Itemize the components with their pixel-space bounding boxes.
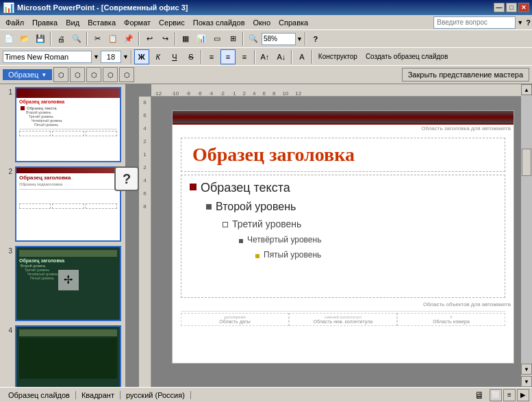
master-btn-1[interactable]: ⬡ (53, 67, 68, 82)
slide-header-bar (173, 111, 514, 125)
font-size-input[interactable]: 18 (101, 51, 121, 63)
insert-textbox[interactable]: ⊞ (225, 32, 240, 47)
slide-canvas: Область заголовка для автомакета Образец… (151, 97, 532, 387)
slide-editor: Область заголовка для автомакета Образец… (172, 110, 514, 364)
slide-footer: дата/время Область даты нижний колонтиту… (181, 311, 505, 326)
save-button[interactable]: 💾 (33, 32, 48, 47)
s1-title: Образец заголовка (16, 98, 120, 105)
main-toolbar: 📄 📂 💾 🖨 🔍 ✂ 📋 📌 ↩ ↪ ▦ 📊 ▭ ⊞ 🔍 58% ▼ ? (0, 30, 532, 48)
content-text-l4: Четвёртый уровень (247, 235, 321, 244)
master-btn-3[interactable]: ⬡ (86, 67, 101, 82)
position-status: Квадрант (76, 391, 121, 399)
master-btn-2[interactable]: ⬡ (70, 67, 85, 82)
help-balloon[interactable]: ? (114, 166, 139, 191)
slide-num-2: 2 (3, 168, 12, 175)
zoom-arrow[interactable]: ▼ (296, 36, 303, 42)
slide-2[interactable]: Образец заголовка Образец подзаголовка (15, 166, 121, 242)
slide-3[interactable]: Образец заголовка Второй уровень Третий … (15, 246, 121, 321)
font-name-arrow[interactable]: ▼ (93, 53, 99, 60)
help-icon[interactable]: ? (526, 18, 531, 27)
menu-file[interactable]: Файл (1, 17, 28, 28)
master-label[interactable]: Образец ▼ (3, 69, 52, 80)
copy-button[interactable]: 📋 (105, 32, 121, 47)
open-button[interactable]: 📂 (17, 32, 32, 47)
zoom-input[interactable]: 58% (262, 33, 296, 45)
slide-1[interactable]: Образец заголовка Образец текста Второй … (15, 87, 121, 162)
search-input[interactable] (433, 16, 516, 29)
underline-button[interactable]: Ч (167, 49, 182, 64)
align-left-button[interactable]: ≡ (204, 49, 219, 64)
font-size-arrow[interactable]: ▼ (123, 53, 129, 60)
scrollbar-vertical: ▲ ▼ ▼ (521, 97, 532, 387)
scroll-bottom-button[interactable]: ▼ (521, 376, 532, 387)
redo-button[interactable]: ↪ (157, 32, 173, 47)
insert-shape[interactable]: ▭ (210, 32, 225, 47)
status-icon: 🖥 (474, 390, 484, 401)
increase-indent[interactable]: A↑ (257, 49, 273, 64)
constructor-button[interactable]: Конструктор (315, 49, 361, 64)
align-center-button[interactable]: ≡ (220, 49, 236, 64)
view-buttons: ⬜ ≡ ▶ (490, 389, 529, 401)
master-btn-5[interactable]: ⬡ (119, 67, 134, 82)
cut-button[interactable]: ✂ (90, 32, 105, 47)
close-button[interactable]: ✕ (518, 3, 529, 12)
slideshow-button[interactable]: ▶ (517, 389, 529, 401)
search-arrow[interactable]: ▼ (517, 19, 523, 26)
menu-window[interactable]: Окно (249, 17, 275, 28)
menu-help[interactable]: Справка (275, 17, 312, 28)
print-button[interactable]: 🖨 (53, 32, 68, 47)
menu-view[interactable]: Вид (62, 17, 84, 28)
slide-title-placeholder[interactable]: Образец заголовка (181, 138, 505, 172)
menu-bar: Файл Правка Вид Вставка Формат Сервис По… (0, 15, 532, 30)
format-sep-2 (201, 50, 202, 64)
insert-table[interactable]: ▦ (178, 32, 193, 47)
format-bar: Times New Roman ▼ 18 ▼ Ж К Ч S ≡ ≡ ≡ A↑ … (0, 48, 532, 66)
language-status: русский (Россия) (121, 391, 191, 399)
zoom-in[interactable]: 🔍 (246, 32, 261, 47)
num-footer: # Область номера (397, 313, 505, 326)
window-controls: — □ ✕ (494, 3, 529, 12)
scroll-thumb[interactable] (522, 149, 531, 176)
slide-list: 1 Образец заголовка Образец текста Второ… (0, 84, 125, 387)
create-sample-button[interactable]: Создать образец слайдов (362, 49, 451, 64)
decrease-indent[interactable]: A↓ (274, 49, 289, 64)
close-master-button[interactable]: Закрыть представление мастера (402, 68, 529, 81)
normal-view-button[interactable]: ⬜ (490, 389, 502, 401)
s1-content: Образец текста Второй уровень Третий уро… (16, 105, 120, 127)
new-button[interactable]: 📄 (1, 32, 16, 47)
menu-edit[interactable]: Правка (28, 17, 62, 28)
slide-4[interactable] (15, 325, 121, 387)
menu-format[interactable]: Формат (120, 17, 155, 28)
minimize-button[interactable]: — (494, 3, 505, 12)
font-color-button[interactable]: A (294, 49, 309, 64)
paste-button[interactable]: 📌 (121, 32, 136, 47)
insert-chart[interactable]: 📊 (194, 32, 209, 47)
master-dropdown-arrow: ▼ (41, 72, 47, 78)
maximize-button[interactable]: □ (506, 3, 517, 12)
preview-button[interactable]: 🔍 (69, 32, 84, 47)
italic-button[interactable]: К (151, 49, 166, 64)
bold-button[interactable]: Ж (134, 49, 149, 64)
content-text-l2: Второй уровень (216, 201, 296, 213)
bullet-l3 (223, 222, 228, 227)
master-toolbar: Образец ▼ ⬡ ⬡ ⬡ ⬡ ⬡ Закрыть представлени… (0, 66, 532, 84)
menu-service[interactable]: Сервис (155, 17, 189, 28)
menu-insert[interactable]: Вставка (84, 17, 120, 28)
app-icon: 📊 (3, 2, 14, 13)
slide-thumb-1: 1 Образец заголовка Образец текста Второ… (3, 87, 123, 162)
undo-button[interactable]: ↩ (142, 32, 157, 47)
search-box: ▼ ? (433, 16, 531, 29)
help-button[interactable]: ? (308, 32, 323, 47)
font-name-input[interactable]: Times New Roman (3, 51, 92, 63)
menu-slideshow[interactable]: Показ слайдов (189, 17, 249, 28)
slide-num-1: 1 (3, 88, 12, 96)
master-btn-4[interactable]: ⬡ (103, 67, 118, 82)
scroll-down-button[interactable]: ▼ (521, 364, 532, 375)
strikethrough-button[interactable]: S (183, 49, 199, 64)
align-right-button[interactable]: ≡ (237, 49, 252, 64)
slide-content-area[interactable]: Образец текста Второй уровень Третий уро… (181, 175, 505, 298)
slide-info-status: Образец слайдов (3, 391, 76, 399)
objects-area-hint: Область объектов для автомакета (173, 301, 514, 308)
slide-title: Образец заголовка (192, 144, 494, 166)
outline-view-button[interactable]: ≡ (503, 389, 516, 401)
